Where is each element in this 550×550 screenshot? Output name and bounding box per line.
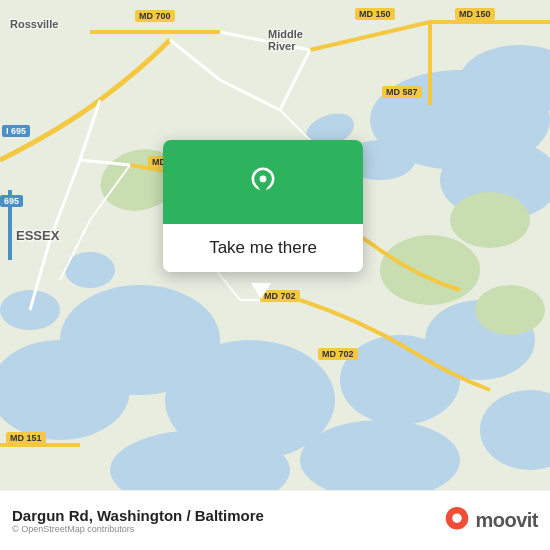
bottom-left: Dargun Rd, Washington / Baltimore © Open…: [12, 507, 264, 534]
moovit-pin-icon: [443, 505, 471, 537]
attribution: © OpenStreetMap contributors: [12, 524, 264, 534]
svg-point-18: [475, 285, 545, 335]
moovit-text: moovit: [475, 509, 538, 532]
bottom-bar: Dargun Rd, Washington / Baltimore © Open…: [0, 490, 550, 550]
popup-card: Take me there: [163, 140, 363, 272]
location-pin-icon: [241, 162, 285, 206]
popup-icon-area: [163, 140, 363, 224]
road-label-md150-1: MD 150: [355, 8, 395, 20]
road-label-695: 695: [0, 195, 23, 207]
svg-point-45: [453, 513, 462, 522]
road-label-i695: I 695: [2, 125, 30, 137]
svg-point-15: [65, 252, 115, 288]
road-label-md700: MD 700: [135, 10, 175, 22]
location-name: Dargun Rd, Washington / Baltimore: [12, 507, 264, 524]
moovit-logo[interactable]: moovit: [443, 505, 538, 537]
map-label-essex: ESSEX: [16, 228, 59, 243]
road-label-md151: MD 151: [6, 432, 46, 444]
svg-point-16: [380, 235, 480, 305]
map-pointer: [251, 283, 271, 299]
map-container: Rossville MiddleRiver ESSEX I 695 695 MD…: [0, 0, 550, 490]
map-label-rossville: Rossville: [10, 18, 58, 30]
road-label-md587: MD 587: [382, 86, 422, 98]
take-me-there-button[interactable]: Take me there: [163, 224, 363, 272]
svg-point-17: [450, 192, 530, 248]
road-label-md150-2: MD 150: [455, 8, 495, 20]
svg-point-42: [260, 176, 267, 183]
map-label-middle-river: MiddleRiver: [268, 28, 303, 52]
road-label-md702-3: MD 702: [318, 348, 358, 360]
